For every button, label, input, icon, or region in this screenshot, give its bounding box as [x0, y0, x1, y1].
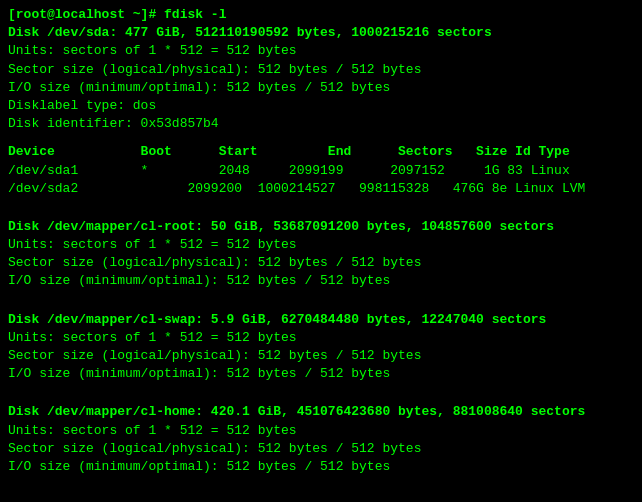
disk-clswap-sector-size: Sector size (logical/physical): 512 byte…: [8, 347, 634, 365]
disk-clroot-io-size: I/O size (minimum/optimal): 512 bytes / …: [8, 272, 634, 290]
disk-clroot-header: Disk /dev/mapper/cl-root: 50 GiB, 536870…: [8, 218, 634, 236]
terminal-window: [root@localhost ~]# fdisk -l Disk /dev/s…: [8, 6, 634, 496]
disk-sda-units: Units: sectors of 1 * 512 = 512 bytes: [8, 42, 634, 60]
partition-sda2: /dev/sda2 2099200 1000214527 998115328 4…: [8, 180, 634, 198]
disk-clswap-io-size: I/O size (minimum/optimal): 512 bytes / …: [8, 365, 634, 383]
disk-clswap-header: Disk /dev/mapper/cl-swap: 5.9 GiB, 62704…: [8, 311, 634, 329]
disk-clhome-sector-size: Sector size (logical/physical): 512 byte…: [8, 440, 634, 458]
disk-clhome-header: Disk /dev/mapper/cl-home: 420.1 GiB, 451…: [8, 403, 634, 421]
disk-clswap-units: Units: sectors of 1 * 512 = 512 bytes: [8, 329, 634, 347]
disk-clroot-sector-size: Sector size (logical/physical): 512 byte…: [8, 254, 634, 272]
prompt-line: [root@localhost ~]# fdisk -l: [8, 6, 634, 24]
disk-sda-label-type: Disklabel type: dos: [8, 97, 634, 115]
disk-sda-io-size: I/O size (minimum/optimal): 512 bytes / …: [8, 79, 634, 97]
disk-sda-sector-size: Sector size (logical/physical): 512 byte…: [8, 61, 634, 79]
partition-table-header: Device Boot Start End Sectors Size Id Ty…: [8, 143, 634, 161]
disk-clroot-units: Units: sectors of 1 * 512 = 512 bytes: [8, 236, 634, 254]
partition-sda1: /dev/sda1 * 2048 2099199 2097152 1G 83 L…: [8, 162, 634, 180]
disk-clhome-io-size: I/O size (minimum/optimal): 512 bytes / …: [8, 458, 634, 476]
disk-clhome-units: Units: sectors of 1 * 512 = 512 bytes: [8, 422, 634, 440]
disk-sda-identifier: Disk identifier: 0x53d857b4: [8, 115, 634, 133]
disk-sda-header: Disk /dev/sda: 477 GiB, 512110190592 byt…: [8, 24, 634, 42]
